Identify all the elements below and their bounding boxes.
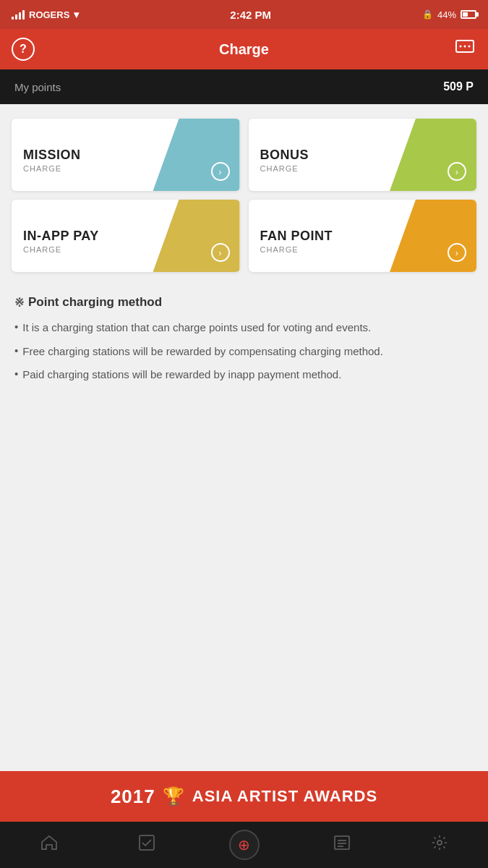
award-banner: 2017 🏆 ASIA ARTIST AWARDS: [0, 771, 488, 822]
inapp-arrow-icon: ›: [211, 243, 230, 262]
my-points-label: My points: [14, 81, 61, 93]
bullet-3: •: [14, 367, 18, 380]
fanpoint-arrow-icon: ›: [448, 243, 466, 262]
inapp-card[interactable]: IN-APP PAY CHARGE ›: [12, 200, 240, 272]
status-right: 🔒 44%: [422, 9, 476, 20]
fanpoint-subtitle: CHARGE: [260, 245, 477, 254]
wifi-icon: ▾: [74, 9, 79, 20]
banner-year: 2017: [111, 786, 155, 808]
status-bar: ROGERS ▾ 2:42 PM 🔒 44%: [0, 0, 488, 29]
help-button[interactable]: ?: [12, 38, 35, 61]
nav-settings[interactable]: [390, 822, 488, 868]
fanpoint-title: FAN POINT: [260, 229, 477, 244]
list-icon: [334, 835, 350, 854]
lock-icon: 🔒: [422, 9, 433, 20]
info-item-3: • Paid charging stations will be rewarde…: [14, 367, 474, 383]
svg-point-2: [464, 45, 466, 47]
trophy-icon: 🏆: [163, 786, 185, 807]
info-title: ※ Point charging method: [14, 295, 474, 310]
inapp-title: IN-APP PAY: [23, 229, 240, 244]
bonus-card-text: BONUS CHARGE: [249, 137, 477, 174]
chat-icon: [455, 40, 474, 59]
main-content: MISSION CHARGE › BONUS CHARGE › IN-APP P…: [0, 104, 488, 771]
asterisk-symbol: ※: [14, 296, 24, 310]
mission-card-text: MISSION CHARGE: [12, 137, 240, 174]
charge-grid: MISSION CHARGE › BONUS CHARGE › IN-APP P…: [12, 119, 476, 272]
info-text-1: It is a charging station that can charge…: [22, 320, 371, 336]
bullet-1: •: [14, 320, 18, 333]
settings-icon: [432, 835, 448, 855]
fanpoint-card[interactable]: FAN POINT CHARGE ›: [249, 200, 477, 272]
info-section: ※ Point charging method • It is a chargi…: [12, 292, 476, 393]
svg-point-3: [468, 45, 471, 47]
mission-title: MISSION: [23, 148, 240, 163]
svg-rect-4: [140, 835, 154, 850]
fanpoint-card-text: FAN POINT CHARGE: [249, 218, 477, 255]
info-text-2: Free charging stations will be rewarded …: [22, 344, 383, 360]
mission-subtitle: CHARGE: [23, 164, 240, 173]
bottom-nav: ⊕: [0, 822, 488, 868]
bonus-title: BONUS: [260, 148, 477, 163]
status-time: 2:42 PM: [230, 9, 271, 21]
points-value: 509 P: [443, 80, 474, 93]
info-item-1: • It is a charging station that can char…: [14, 320, 474, 336]
inapp-subtitle: CHARGE: [23, 245, 240, 254]
header: ? Charge: [0, 29, 488, 69]
points-bar: My points 509 P: [0, 69, 488, 104]
home-icon: [40, 835, 58, 855]
signal-bars-icon: [12, 9, 25, 20]
battery-icon: [461, 10, 476, 19]
bullet-2: •: [14, 344, 18, 357]
banner-award-text: ASIA ARTIST AWARDS: [192, 787, 377, 806]
carrier-label: ROGERS: [29, 9, 69, 20]
checkin-icon: [139, 835, 155, 855]
info-text-3: Paid charging stations will be rewarded …: [22, 367, 341, 383]
bonus-subtitle: CHARGE: [260, 164, 477, 173]
nav-checkin[interactable]: [98, 822, 195, 868]
nav-home[interactable]: [0, 822, 98, 868]
nav-charge[interactable]: ⊕: [195, 822, 293, 868]
banner-text: 2017 🏆 ASIA ARTIST AWARDS: [111, 786, 377, 808]
info-title-text: Point charging method: [28, 295, 162, 310]
charge-icon: ⊕: [238, 836, 250, 854]
page-title: Charge: [219, 41, 269, 58]
battery-label: 44%: [437, 9, 456, 20]
svg-rect-5: [335, 836, 349, 849]
svg-point-9: [437, 841, 442, 845]
bonus-card[interactable]: BONUS CHARGE ›: [249, 119, 477, 191]
mission-arrow-icon: ›: [211, 162, 230, 181]
charge-active-circle: ⊕: [229, 830, 260, 860]
info-item-2: • Free charging stations will be rewarde…: [14, 344, 474, 360]
inapp-card-text: IN-APP PAY CHARGE: [12, 218, 240, 255]
nav-list[interactable]: [293, 822, 390, 868]
chat-button[interactable]: [453, 38, 476, 61]
help-icon: ?: [20, 43, 27, 56]
mission-card[interactable]: MISSION CHARGE ›: [12, 119, 240, 191]
bonus-arrow-icon: ›: [448, 162, 466, 181]
status-left: ROGERS ▾: [12, 9, 79, 20]
svg-point-1: [460, 45, 462, 47]
